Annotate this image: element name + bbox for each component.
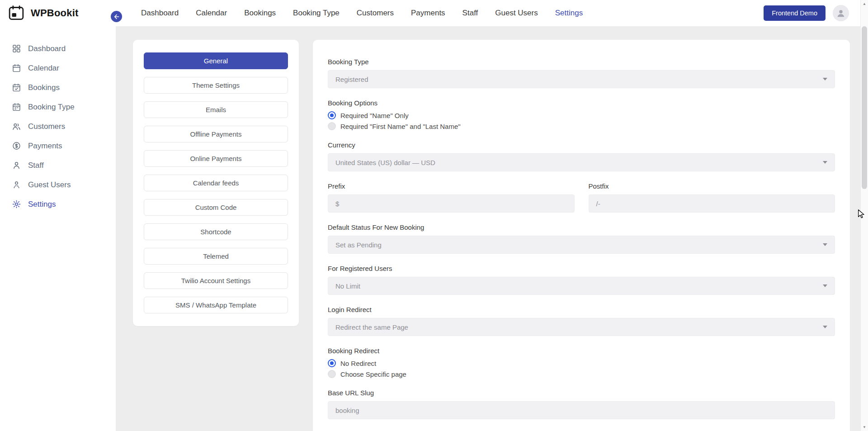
sidebar-item-bookings[interactable]: Bookings xyxy=(0,78,116,97)
tab-online-payments[interactable]: Online Payments xyxy=(144,150,288,167)
sidebar-item-staff[interactable]: Staff xyxy=(0,156,116,175)
tab-shortcode[interactable]: Shortcode xyxy=(144,223,288,240)
radio-choose-specific-page[interactable]: Choose Specific page xyxy=(328,370,835,378)
calendar-type-icon xyxy=(12,102,21,112)
base-url-slug-value: booking xyxy=(335,407,359,414)
topnav-item-guest-users[interactable]: Guest Users xyxy=(495,9,538,18)
sidebar-item-dashboard[interactable]: Dashboard xyxy=(0,39,116,58)
grid-icon xyxy=(12,44,21,53)
registered-users-value: No Limit xyxy=(335,282,360,290)
radio-icon xyxy=(328,370,336,378)
tab-calendar-feeds[interactable]: Calendar feeds xyxy=(144,175,288,191)
topnav-item-staff[interactable]: Staff xyxy=(462,9,478,18)
field-base-url-slug: Base URL Slug booking xyxy=(328,389,835,419)
topnav-item-dashboard[interactable]: Dashboard xyxy=(141,9,179,18)
prefix-column: Prefix $ xyxy=(328,182,575,213)
postfix-value: /- xyxy=(596,200,600,208)
brand-name: WPBookit xyxy=(31,7,78,19)
topnav-item-bookings[interactable]: Bookings xyxy=(244,9,276,18)
topnav-item-settings[interactable]: Settings xyxy=(555,9,583,18)
back-button[interactable] xyxy=(110,10,123,23)
login-redirect-value: Redirect the same Page xyxy=(335,323,408,331)
sidebar-item-payments[interactable]: Payments xyxy=(0,136,116,156)
topbar: WPBookit Dashboard Calendar Bookings Boo… xyxy=(0,0,868,26)
field-registered-users: For Registered Users No Limit xyxy=(328,265,835,295)
sidebar-item-label: Guest Users xyxy=(28,180,71,189)
sidebar-item-label: Booking Type xyxy=(28,103,75,112)
radio-required-first-last-name[interactable]: Required "First Name" and "Last Name" xyxy=(328,122,835,130)
sidebar-item-settings[interactable]: Settings xyxy=(0,194,116,214)
field-booking-type: Booking Type Registered xyxy=(328,58,835,88)
login-redirect-select[interactable]: Redirect the same Page xyxy=(328,318,835,336)
settings-tabs-card: General Theme Settings Emails Offline Pa… xyxy=(133,40,299,326)
field-booking-redirect: Booking Redirect No Redirect Choose Spec… xyxy=(328,347,835,378)
page-scrollbar[interactable]: ▲ ▼ xyxy=(860,0,868,431)
registered-users-label: For Registered Users xyxy=(328,265,835,272)
booking-type-label: Booking Type xyxy=(328,58,835,66)
postfix-input[interactable]: /- xyxy=(589,194,835,213)
prefix-label: Prefix xyxy=(328,182,575,190)
scroll-up-icon[interactable]: ▲ xyxy=(861,0,868,8)
brand-logo-icon xyxy=(7,4,25,22)
field-booking-options: Booking Options Required "Name" Only Req… xyxy=(328,99,835,130)
person-icon xyxy=(12,161,21,170)
avatar[interactable] xyxy=(833,5,849,21)
radio-no-redirect[interactable]: No Redirect xyxy=(328,359,835,367)
sidebar-item-label: Payments xyxy=(28,142,62,151)
tab-offline-payments[interactable]: Offline Payments xyxy=(144,126,288,142)
radio-required-name-only[interactable]: Required "Name" Only xyxy=(328,111,835,119)
sidebar-item-booking-type[interactable]: Booking Type xyxy=(0,97,116,117)
prefix-input[interactable]: $ xyxy=(328,194,575,213)
base-url-slug-input[interactable]: booking xyxy=(328,401,835,419)
dollar-circle-icon xyxy=(12,141,21,151)
tab-general[interactable]: General xyxy=(144,52,288,69)
topnav-item-calendar[interactable]: Calendar xyxy=(196,9,227,18)
tab-emails[interactable]: Emails xyxy=(144,101,288,118)
gear-icon xyxy=(12,199,21,209)
field-default-status: Default Status For New Booking Set as Pe… xyxy=(328,223,835,254)
sidebar-item-label: Bookings xyxy=(28,83,60,92)
chevron-down-icon xyxy=(823,326,827,328)
currency-value: United States (US) dollar — USD xyxy=(335,159,435,166)
radio-label: Required "Name" Only xyxy=(340,112,409,119)
brand: WPBookit xyxy=(0,0,116,26)
booking-type-select[interactable]: Registered xyxy=(328,70,835,88)
chevron-down-icon xyxy=(823,284,827,287)
sidebar-item-label: Dashboard xyxy=(28,44,66,53)
sidebar-item-guest-users[interactable]: Guest Users xyxy=(0,175,116,194)
tab-twilio-account-settings[interactable]: Twilio Account Settings xyxy=(144,272,288,289)
scroll-down-icon[interactable]: ▼ xyxy=(861,423,868,431)
sidebar-item-calendar[interactable]: Calendar xyxy=(0,58,116,78)
tab-telemed[interactable]: Telemed xyxy=(144,248,288,265)
default-status-select[interactable]: Set as Pending xyxy=(328,236,835,254)
topbar-right: Frontend Demo xyxy=(764,0,849,26)
sidebar-item-customers[interactable]: Customers xyxy=(0,117,116,136)
guest-user-icon xyxy=(12,180,21,189)
user-icon xyxy=(836,8,846,18)
arrow-left-icon xyxy=(113,13,120,20)
chevron-down-icon xyxy=(823,243,827,246)
booking-type-value: Registered xyxy=(335,76,368,83)
topnav-item-payments[interactable]: Payments xyxy=(411,9,445,18)
topnav-item-customers[interactable]: Customers xyxy=(357,9,394,18)
tab-sms-whatsapp-template[interactable]: SMS / WhatsApp Template xyxy=(144,297,288,313)
booking-redirect-label: Booking Redirect xyxy=(328,347,835,355)
sidebar-item-label: Calendar xyxy=(28,64,59,73)
chevron-down-icon xyxy=(823,78,827,81)
prefix-value: $ xyxy=(335,200,339,208)
sidebar-item-label: Settings xyxy=(28,200,56,209)
currency-select[interactable]: United States (US) dollar — USD xyxy=(328,153,835,171)
field-prefix-postfix: Prefix $ Postfix /- xyxy=(328,182,835,213)
default-status-label: Default Status For New Booking xyxy=(328,223,835,231)
topnav-item-booking-type[interactable]: Booking Type xyxy=(293,9,340,18)
field-currency: Currency United States (US) dollar — USD xyxy=(328,141,835,171)
field-login-redirect: Login Redirect Redirect the same Page xyxy=(328,306,835,336)
tab-theme-settings[interactable]: Theme Settings xyxy=(144,77,288,94)
frontend-demo-button[interactable]: Frontend Demo xyxy=(764,5,826,21)
tab-custom-code[interactable]: Custom Code xyxy=(144,199,288,216)
top-navigation: Dashboard Calendar Bookings Booking Type… xyxy=(141,0,583,26)
registered-users-select[interactable]: No Limit xyxy=(328,277,835,295)
postfix-column: Postfix /- xyxy=(589,182,835,213)
login-redirect-label: Login Redirect xyxy=(328,306,835,313)
scrollbar-thumb[interactable] xyxy=(862,26,867,189)
